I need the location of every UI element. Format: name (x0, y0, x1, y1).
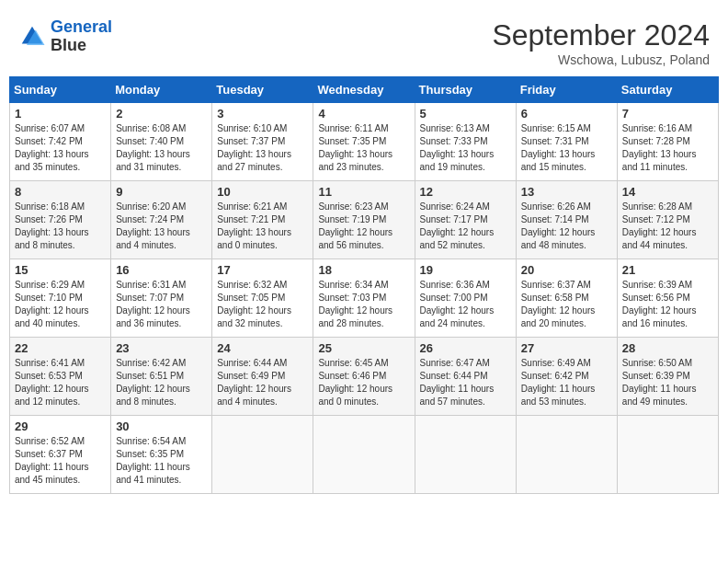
daylight: Daylight: 12 hours and 36 minutes. (116, 305, 190, 328)
sunrise: Sunrise: 6:41 AM (15, 358, 85, 368)
sunset: Sunset: 7:19 PM (318, 214, 386, 224)
month-year: September 2024 (492, 18, 710, 52)
daylight: Daylight: 11 hours and 49 minutes. (622, 384, 697, 407)
calendar-cell: 10 Sunrise: 6:21 AM Sunset: 7:21 PM Dayl… (212, 181, 313, 259)
sunrise: Sunrise: 6:47 AM (420, 358, 490, 368)
calendar-cell: 18 Sunrise: 6:34 AM Sunset: 7:03 PM Dayl… (313, 259, 415, 338)
sunrise: Sunrise: 6:29 AM (15, 280, 85, 290)
sunset: Sunset: 6:53 PM (15, 371, 83, 381)
sunrise: Sunrise: 6:45 AM (318, 358, 388, 368)
daylight: Daylight: 13 hours and 4 minutes. (116, 227, 190, 250)
sunrise: Sunrise: 6:49 AM (521, 358, 591, 368)
day-info: Sunrise: 6:44 AM Sunset: 6:49 PM Dayligh… (217, 357, 308, 408)
sunrise: Sunrise: 6:26 AM (521, 201, 591, 212)
day-number: 22 (15, 341, 106, 355)
calendar-cell: 2 Sunrise: 6:08 AM Sunset: 7:40 PM Dayli… (111, 103, 212, 181)
day-number: 23 (116, 341, 207, 355)
sunrise: Sunrise: 6:50 AM (622, 358, 692, 368)
calendar-cell: 19 Sunrise: 6:36 AM Sunset: 7:00 PM Dayl… (415, 259, 516, 338)
day-number: 18 (318, 263, 409, 277)
calendar-cell: 29 Sunrise: 6:52 AM Sunset: 6:37 PM Dayl… (10, 416, 111, 494)
week-row-5: 29 Sunrise: 6:52 AM Sunset: 6:37 PM Dayl… (10, 416, 719, 494)
col-header-friday: Friday (516, 77, 617, 103)
calendar-cell: 15 Sunrise: 6:29 AM Sunset: 7:10 PM Dayl… (10, 259, 111, 338)
day-number: 10 (217, 185, 308, 199)
daylight: Daylight: 11 hours and 41 minutes. (116, 462, 190, 485)
calendar-cell: 30 Sunrise: 6:54 AM Sunset: 6:35 PM Dayl… (111, 416, 212, 494)
daylight: Daylight: 12 hours and 32 minutes. (217, 305, 291, 328)
day-number: 27 (521, 341, 612, 355)
sunset: Sunset: 7:40 PM (116, 136, 184, 146)
daylight: Daylight: 13 hours and 35 minutes. (15, 149, 89, 172)
sunset: Sunset: 7:31 PM (521, 136, 589, 146)
logo: General Blue (18, 18, 112, 55)
sunset: Sunset: 6:35 PM (116, 449, 184, 459)
calendar-cell (415, 416, 516, 494)
calendar-cell: 22 Sunrise: 6:41 AM Sunset: 6:53 PM Dayl… (10, 338, 111, 416)
sunset: Sunset: 6:58 PM (521, 293, 589, 303)
daylight: Daylight: 12 hours and 28 minutes. (318, 305, 392, 328)
day-info: Sunrise: 6:47 AM Sunset: 6:44 PM Dayligh… (420, 357, 511, 408)
calendar-cell (313, 416, 415, 494)
daylight: Daylight: 12 hours and 4 minutes. (217, 384, 291, 407)
day-info: Sunrise: 6:26 AM Sunset: 7:14 PM Dayligh… (521, 201, 612, 252)
day-number: 6 (521, 107, 612, 121)
sunrise: Sunrise: 6:37 AM (521, 280, 591, 290)
sunset: Sunset: 7:42 PM (15, 136, 83, 146)
calendar-cell: 16 Sunrise: 6:31 AM Sunset: 7:07 PM Dayl… (111, 259, 212, 338)
day-info: Sunrise: 6:07 AM Sunset: 7:42 PM Dayligh… (15, 122, 106, 174)
sunset: Sunset: 7:35 PM (318, 136, 386, 146)
day-info: Sunrise: 6:41 AM Sunset: 6:53 PM Dayligh… (15, 357, 106, 408)
sunrise: Sunrise: 6:31 AM (116, 280, 186, 290)
daylight: Daylight: 13 hours and 31 minutes. (116, 149, 190, 172)
sunset: Sunset: 7:24 PM (116, 214, 184, 224)
sunset: Sunset: 7:17 PM (420, 214, 488, 224)
title-block: September 2024 Wschowa, Lubusz, Poland (492, 18, 710, 67)
day-number: 30 (116, 419, 207, 433)
day-info: Sunrise: 6:10 AM Sunset: 7:37 PM Dayligh… (217, 122, 308, 174)
sunset: Sunset: 7:05 PM (217, 293, 285, 303)
day-info: Sunrise: 6:54 AM Sunset: 6:35 PM Dayligh… (116, 435, 207, 487)
day-number: 1 (15, 107, 106, 121)
calendar-cell: 8 Sunrise: 6:18 AM Sunset: 7:26 PM Dayli… (10, 181, 111, 259)
day-number: 2 (116, 107, 207, 121)
day-number: 20 (521, 263, 612, 277)
day-number: 26 (420, 341, 511, 355)
daylight: Daylight: 12 hours and 8 minutes. (116, 384, 190, 407)
week-row-3: 15 Sunrise: 6:29 AM Sunset: 7:10 PM Dayl… (10, 259, 719, 338)
week-row-1: 1 Sunrise: 6:07 AM Sunset: 7:42 PM Dayli… (10, 103, 719, 181)
day-info: Sunrise: 6:20 AM Sunset: 7:24 PM Dayligh… (116, 201, 207, 252)
calendar-cell: 6 Sunrise: 6:15 AM Sunset: 7:31 PM Dayli… (516, 103, 617, 181)
sunrise: Sunrise: 6:10 AM (217, 123, 287, 133)
sunset: Sunset: 7:14 PM (521, 214, 589, 224)
daylight: Daylight: 13 hours and 19 minutes. (420, 149, 495, 172)
day-info: Sunrise: 6:24 AM Sunset: 7:17 PM Dayligh… (420, 201, 511, 252)
daylight: Daylight: 13 hours and 0 minutes. (217, 227, 291, 250)
day-info: Sunrise: 6:34 AM Sunset: 7:03 PM Dayligh… (318, 279, 409, 330)
daylight: Daylight: 13 hours and 8 minutes. (15, 227, 89, 250)
sunrise: Sunrise: 6:34 AM (318, 280, 388, 290)
calendar-cell: 20 Sunrise: 6:37 AM Sunset: 6:58 PM Dayl… (516, 259, 617, 338)
day-info: Sunrise: 6:15 AM Sunset: 7:31 PM Dayligh… (521, 122, 612, 174)
sunrise: Sunrise: 6:07 AM (15, 123, 85, 133)
daylight: Daylight: 13 hours and 15 minutes. (521, 149, 596, 172)
location: Wschowa, Lubusz, Poland (492, 52, 710, 67)
day-number: 16 (116, 263, 207, 277)
sunrise: Sunrise: 6:16 AM (622, 123, 692, 133)
daylight: Daylight: 12 hours and 24 minutes. (420, 305, 495, 328)
sunset: Sunset: 6:46 PM (318, 371, 386, 381)
col-header-saturday: Saturday (617, 77, 718, 103)
calendar-cell: 21 Sunrise: 6:39 AM Sunset: 6:56 PM Dayl… (617, 259, 718, 338)
sunrise: Sunrise: 6:54 AM (116, 436, 186, 446)
day-info: Sunrise: 6:31 AM Sunset: 7:07 PM Dayligh… (116, 279, 207, 330)
daylight: Daylight: 12 hours and 16 minutes. (622, 305, 697, 328)
week-row-4: 22 Sunrise: 6:41 AM Sunset: 6:53 PM Dayl… (10, 338, 719, 416)
col-header-sunday: Sunday (10, 77, 111, 103)
day-info: Sunrise: 6:21 AM Sunset: 7:21 PM Dayligh… (217, 201, 308, 252)
day-info: Sunrise: 6:16 AM Sunset: 7:28 PM Dayligh… (622, 122, 713, 174)
sunrise: Sunrise: 6:13 AM (420, 123, 490, 133)
calendar-header-row: SundayMondayTuesdayWednesdayThursdayFrid… (10, 77, 719, 103)
sunrise: Sunrise: 6:21 AM (217, 201, 287, 212)
sunset: Sunset: 7:12 PM (622, 214, 690, 224)
sunset: Sunset: 6:51 PM (116, 371, 184, 381)
